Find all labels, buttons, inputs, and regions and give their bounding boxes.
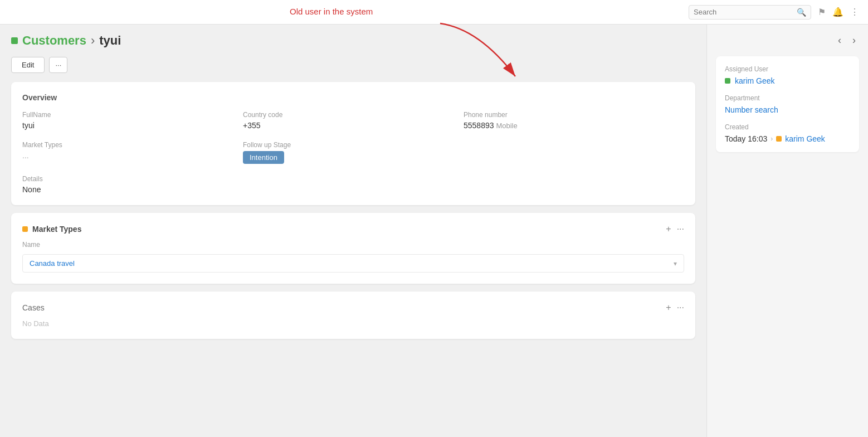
sidebar-card: Assigned User karim Geek Department Numb… <box>716 56 859 152</box>
phone-label: Phone number <box>464 111 684 119</box>
market-types-card: Market Types + ··· Name Canada travel ▾ <box>11 213 695 284</box>
created-time: Today 16:03 <box>725 134 767 143</box>
market-types-add-button[interactable]: + <box>666 224 671 234</box>
field-follow-up: Follow up Stage Intention <box>243 141 464 164</box>
assigned-user-row: karim Geek <box>725 76 850 85</box>
market-types-card-header: Market Types + ··· <box>22 224 684 234</box>
assigned-user-section: Assigned User karim Geek <box>725 65 850 85</box>
market-types-actions: + ··· <box>666 224 684 234</box>
market-types-header-left: Market Types <box>22 225 81 234</box>
market-types-value: ... <box>22 151 243 160</box>
fullname-value: tyui <box>22 121 243 130</box>
department-label: Department <box>725 94 850 102</box>
search-bar[interactable]: 🔍 <box>689 5 811 20</box>
created-section: Created Today 16:03 › karim Geek <box>725 123 850 143</box>
breadcrumb-current: tyui <box>99 33 121 48</box>
nav-next-button[interactable]: › <box>849 33 859 47</box>
department-value[interactable]: Number search <box>725 105 850 114</box>
market-types-dot <box>22 226 28 232</box>
overview-grid: FullName tyui Country code +355 Phone nu… <box>22 111 684 194</box>
created-row: Today 16:03 › karim Geek <box>725 134 850 143</box>
field-country-code: Country code +355 <box>243 111 464 130</box>
assigned-user-name[interactable]: karim Geek <box>735 76 775 85</box>
created-sep: › <box>771 135 773 143</box>
dropdown-arrow-icon: ▾ <box>674 260 677 268</box>
market-types-card-title: Market Types <box>32 225 81 234</box>
department-section: Department Number search <box>725 94 850 114</box>
customers-dot <box>11 37 18 44</box>
created-by[interactable]: karim Geek <box>785 134 825 143</box>
cases-title: Cases <box>22 303 45 312</box>
field-details: Details None <box>22 175 243 194</box>
fullname-label: FullName <box>22 111 243 119</box>
cases-no-data: No Data <box>22 319 684 328</box>
market-types-label: Market Types <box>22 141 243 149</box>
market-types-more-button[interactable]: ··· <box>677 224 684 234</box>
edit-button[interactable]: Edit <box>11 57 45 73</box>
user-status-dot <box>725 78 730 84</box>
cases-actions: + ··· <box>666 303 684 313</box>
overview-title: Overview <box>22 93 684 102</box>
nav-arrows: ‹ › <box>716 33 859 47</box>
follow-up-label: Follow up Stage <box>243 141 464 149</box>
more-button[interactable]: ··· <box>49 57 67 73</box>
menu-icon[interactable]: ⋮ <box>850 7 859 17</box>
country-code-label: Country code <box>243 111 464 119</box>
main-layout: Customers › tyui Edit ··· Overview FullN… <box>0 25 868 437</box>
search-input[interactable] <box>694 8 797 16</box>
intention-badge: Intention <box>243 151 284 164</box>
country-code-value: +355 <box>243 121 464 130</box>
created-label: Created <box>725 123 850 131</box>
search-icon: 🔍 <box>797 8 806 17</box>
flag-icon[interactable]: ⚑ <box>818 7 826 17</box>
toolbar: Edit ··· <box>11 57 695 73</box>
right-sidebar: ‹ › Assigned User karim Geek Department … <box>706 25 868 437</box>
breadcrumb-customers-link[interactable]: Customers <box>22 33 86 48</box>
cases-card: Cases + ··· No Data <box>11 292 695 339</box>
cases-add-button[interactable]: + <box>666 303 671 313</box>
bell-icon[interactable]: 🔔 <box>832 7 843 17</box>
cases-header: Cases + ··· <box>22 303 684 313</box>
market-types-dropdown-value: Canada travel <box>30 259 75 268</box>
breadcrumb: Customers › tyui <box>11 33 695 48</box>
nav-prev-button[interactable]: ‹ <box>835 33 845 47</box>
left-content: Customers › tyui Edit ··· Overview FullN… <box>0 25 706 437</box>
field-fullname: FullName tyui <box>22 111 243 130</box>
cases-more-button[interactable]: ··· <box>677 303 684 313</box>
overview-card: Overview FullName tyui Country code +355… <box>11 82 695 205</box>
top-header: 🔍 ⚑ 🔔 ⋮ <box>0 0 868 25</box>
phone-number[interactable]: 5558893 <box>464 121 494 130</box>
breadcrumb-separator: › <box>91 33 95 48</box>
market-types-col-header: Name <box>22 241 684 249</box>
follow-up-value: Intention <box>243 151 464 164</box>
details-value: None <box>22 185 243 194</box>
field-phone: Phone number 5558893 Mobile <box>464 111 684 130</box>
phone-type: Mobile <box>496 122 517 130</box>
creator-status-dot <box>776 136 782 142</box>
market-types-dropdown[interactable]: Canada travel ▾ <box>22 254 684 273</box>
field-market-types: Market Types ... <box>22 141 243 164</box>
assigned-user-label: Assigned User <box>725 65 850 73</box>
phone-value: 5558893 Mobile <box>464 121 684 130</box>
cases-header-left: Cases <box>22 303 45 312</box>
details-label: Details <box>22 175 243 183</box>
